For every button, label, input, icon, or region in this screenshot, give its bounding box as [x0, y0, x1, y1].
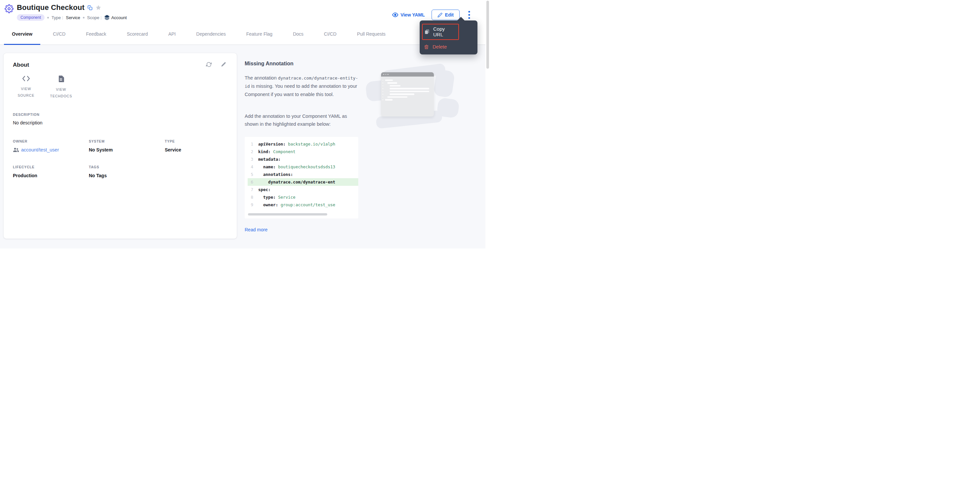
annotation-paragraph-2: Add the annotation to your Component YAM… [245, 112, 361, 128]
system-label: SYSTEM [89, 139, 165, 143]
more-options-kebab-button[interactable] [466, 9, 472, 21]
tags-label: TAGS [89, 165, 165, 169]
tab-api-4[interactable]: API [161, 23, 184, 44]
document-icon [59, 76, 64, 82]
tab-dependencies-5[interactable]: Dependencies [188, 23, 234, 44]
group-people-icon [13, 148, 19, 152]
code-line: 6 dynatrace.com/dynatrace-ent [248, 178, 358, 186]
code-line: 7 spec: [248, 186, 358, 194]
yaml-code-block: 1 apiVersion: backstage.io/v1alph 2 kind… [245, 137, 358, 219]
missing-annotation-heading: Missing Annotation [245, 61, 490, 67]
code-line: 3 metadata: [248, 156, 358, 163]
tab-feedback-2[interactable]: Feedback [78, 23, 114, 44]
tabs: OverviewCI/CDFeedbackScorecardAPIDepende… [0, 23, 490, 45]
tab-pull-requests-9[interactable]: Pull Requests [349, 23, 393, 44]
scope-value: Account [111, 15, 127, 20]
system-value: No System [89, 147, 165, 152]
owner-value: account/test_user [21, 147, 59, 152]
trash-icon [424, 44, 429, 49]
view-techdocs-button[interactable]: VIEW TECHDOCS [48, 76, 74, 99]
lifecycle-value: Production [13, 173, 89, 178]
delete-label: Delete [433, 44, 447, 49]
tab-ci-cd-8[interactable]: CI/CD [316, 23, 344, 44]
tab-feature-flag-6[interactable]: Feature Flag [239, 23, 280, 44]
page-scrollbar-track [485, 0, 490, 249]
lifecycle-label: LIFECYCLE [13, 165, 89, 169]
scope-label: Scope : [87, 15, 102, 20]
annotation-paragraph-1: The annotation dynatrace.com/dynatrace-e… [245, 74, 361, 98]
eye-icon [392, 12, 398, 18]
copy-name-icon[interactable] [88, 5, 92, 10]
copy-url-label: Copy URL [433, 26, 456, 37]
code-line: 9 owner: group:account/test_use [248, 201, 358, 208]
copy-url-highlight-box: Copy URL [422, 24, 459, 40]
code-line: 4 name: boutiquecheckoutsdsds13 [248, 163, 358, 171]
meta-separator-dot [47, 17, 49, 19]
description-label: DESCRIPTION [13, 113, 228, 116]
favorite-star-icon[interactable] [95, 5, 101, 11]
view-techdocs-label: VIEW TECHDOCS [48, 86, 74, 99]
layers-icon [104, 15, 110, 20]
type-field-value: Service [165, 147, 228, 152]
type-field-label: TYPE [165, 139, 228, 143]
entity-meta-row: Component Type : Service Scope : [17, 14, 127, 21]
owner-label: OWNER [13, 139, 89, 143]
tab-ci-cd-1[interactable]: CI/CD [45, 23, 73, 44]
entity-page: Boutique Checkout Component [0, 0, 490, 249]
code-brackets-icon [22, 76, 30, 81]
read-more-link[interactable]: Read more [245, 227, 267, 232]
page-title: Boutique Checkout [17, 3, 84, 12]
pencil-icon [438, 13, 442, 17]
copy-icon [425, 29, 430, 34]
description-value: No description [13, 120, 228, 125]
menu-item-delete[interactable]: Delete [424, 43, 474, 51]
code-line: 1 apiVersion: backstage.io/v1alph [248, 140, 358, 148]
kind-chip[interactable]: Component [17, 14, 45, 21]
view-yaml-button[interactable]: View YAML [392, 12, 425, 18]
about-card: About [4, 53, 237, 238]
tags-value: No Tags [89, 173, 165, 178]
tab-docs-7[interactable]: Docs [285, 23, 311, 44]
menu-item-copy-url[interactable]: Copy URL [424, 25, 456, 38]
edit-label: Edit [445, 12, 454, 17]
meta-separator-dot [83, 17, 84, 19]
view-source-label: VIEW SOURCE [13, 86, 39, 98]
owner-link[interactable]: account/test_user [13, 147, 89, 152]
browser-window-graphic [381, 72, 434, 116]
code-editor-illustration [370, 68, 459, 123]
about-heading: About [13, 62, 29, 68]
entity-header: Boutique Checkout Component [0, 0, 490, 23]
code-line: 5 annotations: [248, 171, 358, 178]
edit-about-pencil-icon[interactable] [221, 62, 226, 67]
type-label: Type : [51, 15, 63, 20]
more-options-menu: Copy URL Delete [420, 21, 477, 54]
missing-annotation-panel: Missing Annotation The annotation dynatr… [245, 53, 490, 238]
view-yaml-label: View YAML [401, 12, 425, 17]
refresh-icon[interactable] [206, 62, 212, 67]
tab-scorecard-3[interactable]: Scorecard [119, 23, 156, 44]
type-value: Service [66, 15, 80, 20]
code-line: 8 type: Service [248, 194, 358, 201]
code-lines: 1 apiVersion: backstage.io/v1alph 2 kind… [248, 140, 358, 208]
view-source-button[interactable]: VIEW SOURCE [13, 76, 39, 99]
code-horizontal-scrollbar[interactable] [248, 213, 327, 216]
page-scrollbar-thumb[interactable] [486, 1, 489, 69]
edit-button[interactable]: Edit [431, 10, 460, 20]
tab-overview-0[interactable]: Overview [4, 23, 40, 44]
code-line: 2 kind: Component [248, 148, 358, 156]
component-gear-icon [5, 4, 14, 13]
